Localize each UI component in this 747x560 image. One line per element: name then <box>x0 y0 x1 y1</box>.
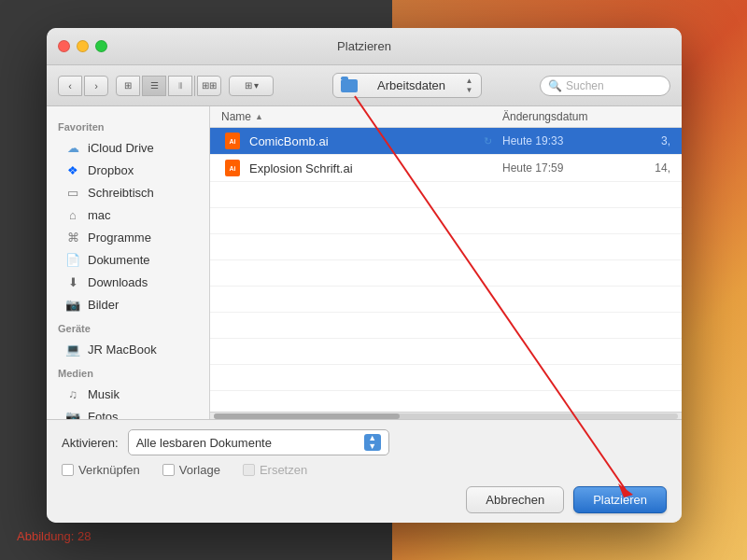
bottom-bar: Aktivieren: Alle lesbaren Dokumente ▲ ▼ … <box>47 419 682 523</box>
file-size: 14, <box>633 161 670 175</box>
scrollbar-thumb[interactable] <box>214 413 400 419</box>
table-row-empty <box>210 365 682 391</box>
sidebar-label-desktop: Schreibtisch <box>88 186 154 200</box>
minimize-button[interactable] <box>77 40 89 52</box>
sync-icon: ↻ <box>480 133 495 148</box>
view-coverflow-button[interactable]: ⊞⊞ <box>197 76 221 96</box>
file-icon-col: Ai <box>221 160 244 176</box>
folder-selector: Arbeitsdaten ▲ ▼ <box>281 73 532 98</box>
sync-icon-empty <box>480 161 495 175</box>
fotos-icon: 📷 <box>65 409 80 419</box>
arrange-button[interactable]: ⊞ ▾ <box>229 76 274 96</box>
arrange-arrow: ▾ <box>254 80 259 91</box>
file-date: Heute 19:33 <box>502 134 633 147</box>
figure-label: Abbildung: 28 <box>17 529 92 543</box>
main-content: Favoriten ☁ iCloud Drive ❖ Dropbox ▭ Sch… <box>47 106 682 419</box>
checkbox-replace-box <box>243 464 255 476</box>
sidebar-item-apps[interactable]: ⌘ Programme <box>50 226 205 248</box>
sidebar-item-home[interactable]: ⌂ mac <box>50 203 205 226</box>
col-name-label: Name <box>221 110 251 123</box>
file-size: 3, <box>633 134 670 147</box>
table-row-empty <box>210 208 682 234</box>
checkbox-template-box[interactable] <box>162 464 175 476</box>
checkbox-link-box[interactable] <box>62 464 74 476</box>
section-favorites: Favoriten <box>47 114 209 136</box>
checkbox-replace: Ersetzen <box>243 463 307 477</box>
sidebar-item-desktop[interactable]: ▭ Schreibtisch <box>50 181 205 203</box>
sidebar-item-docs[interactable]: 📄 Dokumente <box>50 248 205 271</box>
ai-file-icon: Ai <box>225 160 240 176</box>
sidebar-item-photos[interactable]: 📷 Bilder <box>50 293 205 315</box>
sidebar-label-apps: Programme <box>88 231 151 245</box>
downloads-icon: ⬇ <box>65 274 80 289</box>
scrollbar-track[interactable] <box>214 413 678 419</box>
checkbox-link-label: Verknüpfen <box>78 463 140 477</box>
sidebar-item-dropbox[interactable]: ❖ Dropbox <box>50 159 205 181</box>
file-rows: Ai ComicBomb.ai ↻ Heute 19:33 3, Ai Expl… <box>210 128 682 412</box>
checkboxes-row: Verknüpfen Vorlage Ersetzen <box>62 463 667 477</box>
sidebar-label-dropbox: Dropbox <box>88 163 134 177</box>
place-button[interactable]: Platzieren <box>573 486 667 513</box>
arrow-down-icon: ▼ <box>466 86 473 94</box>
dropbox-icon: ❖ <box>65 162 80 177</box>
photos-icon: 📷 <box>65 297 80 312</box>
folder-dropdown[interactable]: Arbeitsdaten ▲ ▼ <box>332 73 482 98</box>
folder-name: Arbeitsdaten <box>377 78 445 92</box>
sidebar-label-docs: Dokumente <box>88 253 149 267</box>
col-name-header[interactable]: Name ▲ <box>221 110 502 123</box>
activate-dropdown-value: Alle lesbaren Dokumente <box>136 436 272 450</box>
home-icon: ⌂ <box>65 207 80 222</box>
arrange-icon: ⊞ <box>245 80 252 91</box>
dialog-title: Platzieren <box>337 39 391 53</box>
folder-arrows: ▲ ▼ <box>466 77 473 94</box>
ai-file-icon: Ai <box>225 133 240 149</box>
cancel-button[interactable]: Abbrechen <box>466 486 564 513</box>
table-row-empty <box>210 287 682 313</box>
nav-forward-button[interactable]: › <box>84 76 108 96</box>
music-icon: ♫ <box>65 386 80 401</box>
icloud-icon: ☁ <box>65 140 80 155</box>
nav-back-button[interactable]: ‹ <box>58 76 82 96</box>
activate-dropdown[interactable]: Alle lesbaren Dokumente ▲ ▼ <box>128 429 389 455</box>
sidebar-item-music[interactable]: ♫ Musik <box>50 383 205 405</box>
col-date-header[interactable]: Änderungsdatum <box>502 110 633 123</box>
window-controls <box>58 40 107 52</box>
file-date: Heute 17:59 <box>502 161 633 175</box>
table-row-empty <box>210 313 682 339</box>
file-icon-col: Ai <box>221 133 244 149</box>
sidebar-item-fotos[interactable]: 📷 Fotos <box>50 405 205 419</box>
checkbox-template[interactable]: Vorlage <box>162 463 220 477</box>
section-media: Medien <box>47 360 209 383</box>
activate-row: Aktivieren: Alle lesbaren Dokumente ▲ ▼ <box>62 429 667 455</box>
table-row-empty <box>210 339 682 365</box>
table-row[interactable]: Ai ComicBomb.ai ↻ Heute 19:33 3, <box>210 128 682 155</box>
dialog-window: Platzieren ‹ › ⊞ ☰ ⫴ ⊞⊞ ⊞ ▾ Arbeitsdaten… <box>47 28 682 523</box>
sidebar: Favoriten ☁ iCloud Drive ❖ Dropbox ▭ Sch… <box>47 106 210 419</box>
table-row-empty <box>210 234 682 260</box>
close-button[interactable] <box>58 40 70 52</box>
view-separator <box>194 76 195 96</box>
titlebar: Platzieren <box>47 28 682 65</box>
view-columns-button[interactable]: ⫴ <box>168 76 192 96</box>
view-list-button[interactable]: ☰ <box>142 76 166 96</box>
view-icon-button[interactable]: ⊞ <box>116 76 140 96</box>
toolbar: ‹ › ⊞ ☰ ⫴ ⊞⊞ ⊞ ▾ Arbeitsdaten ▲ ▼ 🔍 <box>47 65 682 106</box>
docs-icon: 📄 <box>65 252 80 267</box>
sidebar-item-icloud[interactable]: ☁ iCloud Drive <box>50 136 205 159</box>
apps-icon: ⌘ <box>65 230 80 245</box>
table-row[interactable]: Ai Explosion Schrift.ai Heute 17:59 14, <box>210 155 682 182</box>
search-box[interactable]: 🔍 Suchen <box>540 76 670 96</box>
sidebar-item-macbook[interactable]: 💻 JR MacBook <box>50 338 205 360</box>
maximize-button[interactable] <box>95 40 107 52</box>
macbook-icon: 💻 <box>65 342 80 357</box>
sidebar-label-fotos: Fotos <box>88 410 119 420</box>
sidebar-item-downloads[interactable]: ⬇ Downloads <box>50 271 205 293</box>
section-devices: Geräte <box>47 315 209 338</box>
nav-buttons: ‹ › <box>58 76 108 96</box>
table-row-empty <box>210 182 682 208</box>
scrollbar-area <box>210 412 682 419</box>
sidebar-label-macbook: JR MacBook <box>88 343 157 357</box>
checkbox-link[interactable]: Verknüpfen <box>62 463 140 477</box>
sidebar-label-photos: Bilder <box>88 298 119 312</box>
file-name: Explosion Schrift.ai <box>249 161 480 175</box>
